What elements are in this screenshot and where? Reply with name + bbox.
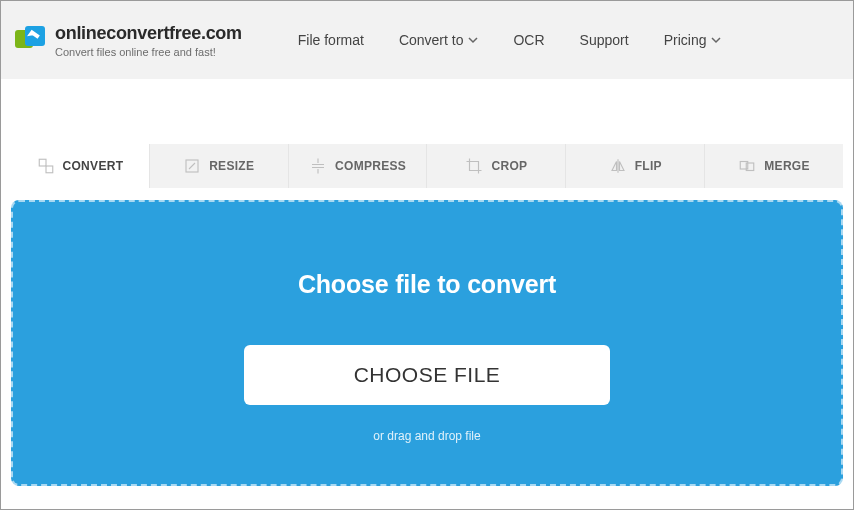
logo[interactable]: onlineconvertfree.com Convert files onli… (15, 23, 242, 58)
nav-label: Support (580, 32, 629, 48)
flip-icon (609, 157, 627, 175)
logo-icon (15, 24, 47, 56)
drop-panel[interactable]: Choose file to convert CHOOSE FILE or dr… (11, 200, 843, 486)
nav-pricing[interactable]: Pricing (664, 32, 722, 48)
crop-icon (465, 157, 483, 175)
tab-label: COMPRESS (335, 159, 406, 173)
tool-tabs: CONVERT RESIZE COMPRESS CROP (11, 144, 843, 188)
resize-icon (183, 157, 201, 175)
tab-flip[interactable]: FLIP (565, 144, 704, 188)
svg-rect-3 (46, 166, 53, 173)
merge-icon (738, 157, 756, 175)
header: onlineconvertfree.com Convert files onli… (1, 1, 853, 79)
tab-label: RESIZE (209, 159, 254, 173)
tab-convert[interactable]: CONVERT (11, 144, 149, 188)
choose-file-button[interactable]: CHOOSE FILE (244, 345, 610, 405)
drop-heading: Choose file to convert (298, 270, 556, 299)
nav-file-format[interactable]: File format (298, 32, 364, 48)
tab-resize[interactable]: RESIZE (149, 144, 288, 188)
nav-label: File format (298, 32, 364, 48)
compress-icon (309, 157, 327, 175)
tab-label: CROP (491, 159, 527, 173)
brand: onlineconvertfree.com Convert files onli… (55, 23, 242, 58)
tab-crop[interactable]: CROP (426, 144, 565, 188)
nav-label: Convert to (399, 32, 464, 48)
nav: File format Convert to OCR Support Prici… (298, 32, 722, 48)
tab-label: MERGE (764, 159, 810, 173)
svg-rect-2 (39, 159, 46, 166)
tab-merge[interactable]: MERGE (704, 144, 843, 188)
chevron-down-icon (468, 35, 478, 45)
nav-support[interactable]: Support (580, 32, 629, 48)
brand-subtitle: Convert files online free and fast! (55, 46, 242, 58)
tab-compress[interactable]: COMPRESS (288, 144, 427, 188)
nav-label: Pricing (664, 32, 707, 48)
tab-label: CONVERT (63, 159, 124, 173)
tab-label: FLIP (635, 159, 662, 173)
chevron-down-icon (711, 35, 721, 45)
convert-icon (37, 157, 55, 175)
nav-convert-to[interactable]: Convert to (399, 32, 479, 48)
brand-title: onlineconvertfree.com (55, 23, 242, 44)
drag-hint: or drag and drop file (373, 429, 480, 443)
nav-label: OCR (513, 32, 544, 48)
nav-ocr[interactable]: OCR (513, 32, 544, 48)
